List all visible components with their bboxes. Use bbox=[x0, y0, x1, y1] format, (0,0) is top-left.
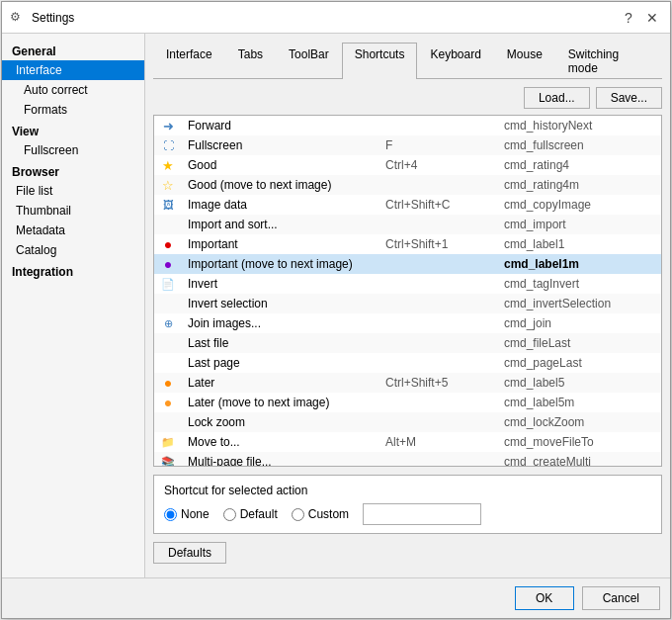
radio-default[interactable]: Default bbox=[223, 507, 278, 521]
shortcut-cmd: cmd_join bbox=[498, 313, 661, 333]
shortcut-icon bbox=[154, 412, 182, 432]
shortcut-label: Move to... bbox=[182, 432, 379, 452]
tab-shortcuts[interactable]: Shortcuts bbox=[342, 43, 418, 79]
sidebar-subitem-auto-correct[interactable]: Auto correct bbox=[2, 80, 144, 100]
sidebar-item-interface[interactable]: Interface bbox=[2, 60, 144, 80]
sidebar-item-thumbnail[interactable]: Thumbnail bbox=[2, 201, 144, 221]
shortcut-cmd: cmd_import bbox=[498, 215, 661, 234]
settings-window: ⚙ Settings ? ✕ GeneralInterfaceAuto corr… bbox=[1, 1, 671, 619]
radio-none[interactable]: None bbox=[164, 507, 210, 521]
shortcut-cmd: cmd_fullscreen bbox=[498, 135, 661, 155]
shortcut-label: Last file bbox=[182, 333, 379, 353]
shortcut-key bbox=[379, 333, 498, 353]
shortcut-icon bbox=[154, 294, 182, 313]
shortcut-key bbox=[379, 254, 498, 274]
shortcut-cmd: cmd_label1 bbox=[498, 234, 661, 254]
main-panel: InterfaceTabsToolBarShortcutsKeyboardMou… bbox=[145, 34, 670, 577]
table-row[interactable]: ★GoodCtrl+4cmd_rating4 bbox=[154, 155, 661, 175]
table-row[interactable]: ➜Forwardcmd_historyNext bbox=[154, 116, 661, 135]
shortcuts-table-container[interactable]: ➜Forwardcmd_historyNext⛶FullscreenFcmd_f… bbox=[153, 115, 662, 467]
shortcut-icon: 📁 bbox=[154, 432, 182, 452]
radio-custom-input[interactable] bbox=[292, 508, 304, 521]
shortcut-label: Important bbox=[182, 234, 379, 254]
shortcut-label: Lock zoom bbox=[182, 412, 379, 432]
window-title: Settings bbox=[32, 11, 619, 25]
radio-custom-label: Custom bbox=[308, 507, 349, 521]
radio-custom[interactable]: Custom bbox=[292, 507, 349, 521]
shortcut-label: Later (move to next image) bbox=[182, 393, 379, 412]
table-row[interactable]: Lock zoomcmd_lockZoom bbox=[154, 412, 661, 432]
shortcut-icon: ● bbox=[154, 234, 182, 254]
shortcut-key bbox=[379, 116, 498, 135]
table-row[interactable]: 📚Multi-page file...cmd_createMulti bbox=[154, 452, 661, 467]
main-content: GeneralInterfaceAuto correctFormatsViewF… bbox=[2, 34, 670, 577]
shortcut-icon: ● bbox=[154, 254, 182, 274]
sidebar-item-catalog[interactable]: Catalog bbox=[2, 240, 144, 260]
table-row[interactable]: ☆Good (move to next image)cmd_rating4m bbox=[154, 175, 661, 195]
shortcut-cmd: cmd_invertSelection bbox=[498, 294, 661, 313]
table-row[interactable]: ●Later (move to next image)cmd_label5m bbox=[154, 393, 661, 412]
radio-group: None Default Custom bbox=[164, 503, 651, 525]
defaults-button[interactable]: Defaults bbox=[153, 542, 226, 564]
sidebar-section-view: View bbox=[2, 120, 144, 140]
shortcut-icon: 📚 bbox=[154, 452, 182, 467]
shortcut-key bbox=[379, 274, 498, 294]
table-row[interactable]: ⊕Join images...cmd_join bbox=[154, 313, 661, 333]
toolbar: Load... Save... bbox=[153, 87, 662, 109]
sidebar-item-metadata[interactable]: Metadata bbox=[2, 221, 144, 240]
shortcut-icon bbox=[154, 353, 182, 373]
shortcut-label: Import and sort... bbox=[182, 215, 379, 234]
shortcut-icon: ⛶ bbox=[154, 135, 182, 155]
shortcut-cmd: cmd_copyImage bbox=[498, 195, 661, 215]
table-row[interactable]: 📄Invertcmd_tagInvert bbox=[154, 274, 661, 294]
shortcut-cmd: cmd_rating4 bbox=[498, 155, 661, 175]
sidebar-item-file-list[interactable]: File list bbox=[2, 181, 144, 201]
table-row[interactable]: ●Important (move to next image)cmd_label… bbox=[154, 254, 661, 274]
table-row[interactable]: Invert selectioncmd_invertSelection bbox=[154, 294, 661, 313]
load-button[interactable]: Load... bbox=[524, 87, 590, 109]
tab-keyboard[interactable]: Keyboard bbox=[417, 43, 493, 79]
close-button[interactable]: ✕ bbox=[642, 8, 662, 28]
tab-mouse[interactable]: Mouse bbox=[494, 43, 555, 79]
table-row[interactable]: Last pagecmd_pageLast bbox=[154, 353, 661, 373]
shortcut-key: Ctrl+Shift+C bbox=[379, 195, 498, 215]
table-row[interactable]: Import and sort...cmd_import bbox=[154, 215, 661, 234]
table-row[interactable]: 🖼Image dataCtrl+Shift+Ccmd_copyImage bbox=[154, 195, 661, 215]
shortcut-cmd: cmd_label5 bbox=[498, 373, 661, 393]
ok-button[interactable]: OK bbox=[515, 586, 574, 610]
shortcut-key bbox=[379, 175, 498, 195]
shortcut-icon: 📄 bbox=[154, 274, 182, 294]
radio-none-input[interactable] bbox=[164, 508, 177, 521]
shortcut-key: Ctrl+4 bbox=[379, 155, 498, 175]
help-button[interactable]: ? bbox=[619, 8, 638, 28]
shortcut-cmd: cmd_rating4m bbox=[498, 175, 661, 195]
tab-tabs[interactable]: Tabs bbox=[225, 43, 276, 79]
shortcut-key: Ctrl+Shift+1 bbox=[379, 234, 498, 254]
cancel-button[interactable]: Cancel bbox=[582, 586, 660, 610]
radio-default-input[interactable] bbox=[223, 508, 236, 521]
shortcut-cmd: cmd_lockZoom bbox=[498, 412, 661, 432]
sidebar-subitem-formats[interactable]: Formats bbox=[2, 100, 144, 120]
tab-interface[interactable]: Interface bbox=[153, 43, 225, 79]
shortcut-selected-section: Shortcut for selected action None Defaul… bbox=[153, 475, 662, 534]
table-row[interactable]: ●ImportantCtrl+Shift+1cmd_label1 bbox=[154, 234, 661, 254]
shortcut-key bbox=[379, 215, 498, 234]
shortcut-icon bbox=[154, 333, 182, 353]
shortcut-icon: ● bbox=[154, 393, 182, 412]
save-button[interactable]: Save... bbox=[596, 87, 662, 109]
shortcut-key: F bbox=[379, 135, 498, 155]
table-row[interactable]: Last filecmd_fileLast bbox=[154, 333, 661, 353]
sidebar-section-browser: Browser bbox=[2, 160, 144, 181]
footer: OK Cancel bbox=[2, 577, 670, 618]
shortcut-label: Good (move to next image) bbox=[182, 175, 379, 195]
shortcut-cmd: cmd_label1m bbox=[498, 254, 661, 274]
sidebar-subitem-fullscreen-view[interactable]: Fullscreen bbox=[2, 140, 144, 160]
shortcut-icon: ● bbox=[154, 373, 182, 393]
shortcut-section-label: Shortcut for selected action bbox=[164, 484, 651, 497]
tab-toolbar[interactable]: ToolBar bbox=[276, 43, 342, 79]
tab-switching-mode[interactable]: Switching mode bbox=[555, 43, 662, 79]
custom-shortcut-input[interactable] bbox=[363, 503, 481, 525]
table-row[interactable]: 📁Move to...Alt+Mcmd_moveFileTo bbox=[154, 432, 661, 452]
table-row[interactable]: ●LaterCtrl+Shift+5cmd_label5 bbox=[154, 373, 661, 393]
table-row[interactable]: ⛶FullscreenFcmd_fullscreen bbox=[154, 135, 661, 155]
